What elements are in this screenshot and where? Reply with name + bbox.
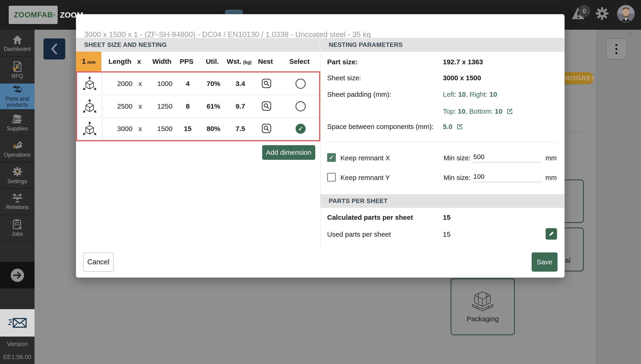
cube-3d-icon — [83, 122, 96, 136]
rfq-document-icon — [12, 61, 23, 72]
sheet-padding-tb-value: Top: 10, Bottom: 10 — [443, 108, 514, 116]
calculated-pps-value: 15 — [443, 214, 450, 221]
home-icon — [12, 35, 23, 44]
cube-3d-icon — [83, 76, 96, 91]
min-size-y-unit: mm — [545, 174, 557, 182]
table-row[interactable]: 2000 x 1000 4 70% 3.4 — [77, 72, 319, 95]
sheet-size-table: 2000 x 1000 4 70% 3.4 2500 x 1250 8 61% … — [76, 71, 320, 141]
sheet-table-header: 1 mm Length x Width PPS Util. Wst. (kg) … — [76, 52, 320, 71]
select-sheet-radio[interactable] — [296, 79, 306, 89]
parts-per-sheet-section-header: PARTS PER SHEET — [321, 194, 564, 208]
select-sheet-radio-selected[interactable]: ✓ — [296, 124, 306, 134]
settings-icon — [12, 166, 23, 177]
sheet-padding-lr-value: Left: 10, Right: 10 — [443, 90, 497, 98]
sidebar-item-supplies[interactable]: Supplies — [0, 110, 35, 136]
sidebar-item-settings[interactable]: Settings — [0, 162, 35, 189]
dialog-title: 3000 x 1500 x 1 - (ZF-SH-94800) - DC04 /… — [84, 30, 530, 39]
save-button[interactable]: Save — [532, 252, 557, 272]
part-size-label: Part size: — [327, 58, 358, 66]
min-size-y-input[interactable] — [472, 173, 542, 182]
sidebar-item-parts-and-products[interactable]: Parts and products — [0, 84, 35, 110]
sidebar-item-operations[interactable]: Operations — [0, 136, 35, 162]
pencil-icon — [548, 230, 555, 237]
nest-magnifier-icon — [261, 100, 272, 112]
sheet-padding-label: Sheet padding (mm): — [327, 90, 391, 98]
app-root: ROGRESS al Packaging ZOOMFAB® ZOOM — [0, 0, 641, 364]
sidebar-nav: Dashboard RFQ Parts and products — [0, 30, 35, 364]
thickness-cell: 1 mm — [76, 52, 101, 71]
send-mail-icon — [8, 317, 27, 328]
col-header-width: Width — [144, 58, 175, 66]
packaging-card-label: Packaging — [467, 315, 499, 323]
nest-preview-button[interactable] — [261, 123, 272, 134]
packaging-card[interactable]: Packaging — [451, 278, 515, 335]
operations-robot-arm-icon — [12, 140, 23, 150]
jobs-clipboard-icon — [12, 219, 23, 230]
arrow-right-circle-button[interactable] — [10, 268, 25, 282]
sidebar-item-jobs[interactable]: Jobs — [0, 215, 35, 241]
table-row[interactable]: 3000 x 1500 15 80% 7.5 ✓ — [77, 117, 319, 140]
col-header-select: Select — [279, 58, 320, 66]
col-header-wst: Wst. (kg) — [226, 58, 252, 66]
edit-used-pps-button[interactable] — [546, 228, 557, 240]
content-card-edge — [596, 36, 596, 364]
cancel-button[interactable]: Cancel — [83, 252, 114, 272]
col-header-length: Length — [101, 58, 135, 66]
sidebar-item-rfq[interactable]: RFQ — [0, 57, 35, 84]
sheet-size-value: 3000 x 1500 — [443, 74, 481, 82]
space-between-value: 5.0 — [443, 123, 463, 132]
parts-icon — [12, 85, 23, 94]
sidebar-collapse-block — [0, 262, 35, 288]
sidebar-item-relations[interactable]: Relations — [0, 189, 35, 215]
packaging-pallet-icon — [470, 291, 495, 312]
more-options-button[interactable] — [606, 38, 627, 60]
edit-space-icon[interactable] — [457, 123, 463, 132]
bg-divider — [564, 131, 584, 132]
settings-gear-icon[interactable] — [595, 6, 609, 20]
supplies-icon — [12, 114, 23, 124]
kebab-icon — [615, 44, 617, 54]
bg-card-divider — [564, 84, 596, 84]
right-panel-divider — [327, 142, 557, 142]
chevron-left-icon — [50, 43, 59, 55]
back-button[interactable] — [44, 38, 65, 60]
keep-remnant-x-checkbox[interactable]: ✓ — [327, 153, 336, 162]
brand-reg-mark: ® — [53, 13, 55, 17]
workflow-card-label: al — [565, 256, 570, 264]
version-value: EE 1.56.00 — [0, 354, 35, 360]
sheet-size-section-header: SHEET SIZE AND NESTING — [76, 38, 320, 52]
col-header-pps: PPS — [175, 58, 199, 66]
sidebar-item-dashboard[interactable]: Dashboard — [0, 30, 35, 57]
col-header-x: x — [135, 58, 144, 66]
edit-padding-icon[interactable] — [507, 108, 514, 116]
user-avatar[interactable] — [617, 5, 635, 23]
nesting-parameters-section-header: NESTING PARAMETERS — [321, 38, 564, 52]
feedback-mail-block[interactable] — [0, 309, 35, 336]
nest-preview-button[interactable] — [261, 78, 272, 90]
close-icon[interactable]: × — [624, 29, 635, 40]
min-size-x-input[interactable] — [472, 153, 542, 162]
cube-3d-icon — [83, 99, 96, 114]
avatar-portrait — [617, 5, 634, 22]
brand-text: ZOOMFAB — [14, 10, 53, 19]
relations-people-icon — [12, 193, 23, 203]
min-size-y-label: Min size: — [444, 174, 471, 182]
nest-magnifier-icon — [261, 78, 272, 90]
col-header-nest: Nest — [252, 58, 279, 66]
min-size-x-label: Min size: — [444, 154, 471, 162]
col-header-util: Util. — [199, 58, 226, 66]
keep-remnant-y-checkbox[interactable] — [327, 173, 336, 182]
calculated-pps-label: Calculated parts per sheet — [327, 214, 413, 221]
table-row[interactable]: 2500 x 1250 8 61% 9.7 — [77, 95, 319, 117]
page-right-gutter — [596, 30, 641, 364]
app-logo[interactable]: ZOOMFAB® — [9, 6, 58, 24]
panel-divider — [320, 38, 321, 247]
used-pps-label: Used parts per sheet — [327, 230, 391, 238]
add-dimension-button[interactable]: Add dimension — [262, 145, 315, 160]
select-sheet-radio[interactable] — [296, 101, 306, 111]
zoomfab-gear-logo-icon — [11, 8, 12, 22]
space-between-label: Space between components (mm): — [327, 123, 433, 130]
min-size-x-unit: mm — [545, 154, 557, 162]
notification-count-badge: 0 — [578, 5, 590, 17]
nest-preview-button[interactable] — [261, 100, 272, 112]
